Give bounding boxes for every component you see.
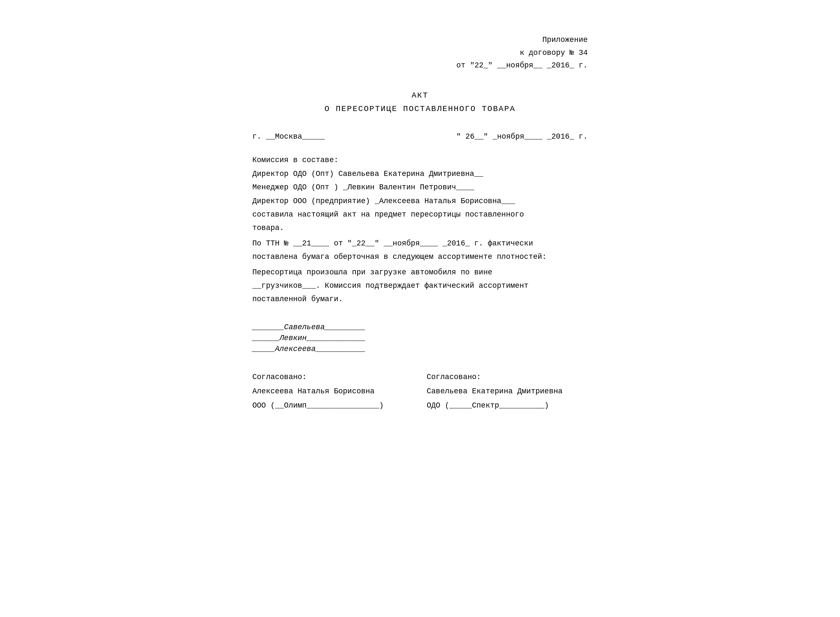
body-para2-line1: Пересортица произошла при загрузке автом… xyxy=(252,266,588,279)
agreed-right-name: Савельева Екатерина Дмитриевна xyxy=(427,384,588,398)
city-date-row: г. __Москва_____ " 26__" _ноября____ _20… xyxy=(252,132,588,141)
header-line3: от "22_" __ноября__ _2016_ г. xyxy=(252,59,588,72)
agreed-left-name: Алексеева Наталья Борисовна xyxy=(252,384,413,398)
signature-3: _____Алексеева___________ xyxy=(252,345,588,353)
body-para1-line2: поставлена бумага оберточная в следующем… xyxy=(252,250,588,263)
title-line1: АКТ xyxy=(252,89,588,102)
agreed-left-title: Согласовано: xyxy=(252,370,413,384)
body-para1: По ТТН № __21____ от "_22__" __ноября___… xyxy=(252,237,588,264)
document: Приложение к договору № 34 от "22_" __но… xyxy=(219,8,621,595)
title-block: АКТ О ПЕРЕСОРТИЦЕ ПОСТАВЛЕННОГО ТОВАРА xyxy=(252,89,588,116)
title-line2: О ПЕРЕСОРТИЦЕ ПОСТАВЛЕННОГО ТОВАРА xyxy=(252,102,588,116)
agreed-left: Согласовано: Алексеева Наталья Борисовна… xyxy=(252,370,413,413)
agreed-block: Согласовано: Алексеева Наталья Борисовна… xyxy=(252,370,588,413)
agreed-right-title: Согласовано: xyxy=(427,370,588,384)
agreed-right: Согласовано: Савельева Екатерина Дмитрие… xyxy=(427,370,588,413)
commission-line2: Менеджер ОДО (Опт ) _Левкин Валентин Пет… xyxy=(252,181,588,194)
header-line2: к договору № 34 xyxy=(252,46,588,59)
signature-2: ______Левкин_____________ xyxy=(252,334,588,342)
body-para2: Пересортица произошла при загрузке автом… xyxy=(252,266,588,306)
header-line1: Приложение xyxy=(252,34,588,46)
agreed-right-org: ОДО (_____Спектр__________) xyxy=(427,398,588,413)
body-para2-line2: __грузчиков___. Комиссия подтверждает фа… xyxy=(252,279,588,292)
city-field: г. __Москва_____ xyxy=(252,132,325,141)
commission-line1: Директор ОДО (Опт) Савельева Екатерина Д… xyxy=(252,167,588,181)
date-field: " 26__" _ноября____ _2016_ г. xyxy=(456,132,588,141)
signatures-block: _______Савельева_________ ______Левкин__… xyxy=(252,323,588,353)
signature-1: _______Савельева_________ xyxy=(252,323,588,331)
commission-line4: составила настоящий акт на предмет перес… xyxy=(252,208,588,221)
commission-block: Комиссия в составе: Директор ОДО (Опт) С… xyxy=(252,153,588,235)
agreed-left-org: ООО (__Олимп________________) xyxy=(252,398,413,413)
body-para2-line3: поставленной бумаги. xyxy=(252,292,588,306)
header-block: Приложение к договору № 34 от "22_" __но… xyxy=(252,34,588,72)
commission-line3: Директор ООО (предприятие) _Алексеева На… xyxy=(252,194,588,208)
body-para1-line1: По ТТН № __21____ от "_22__" __ноября___… xyxy=(252,237,588,250)
commission-line5: товара. xyxy=(252,221,588,235)
commission-intro: Комиссия в составе: xyxy=(252,153,588,167)
